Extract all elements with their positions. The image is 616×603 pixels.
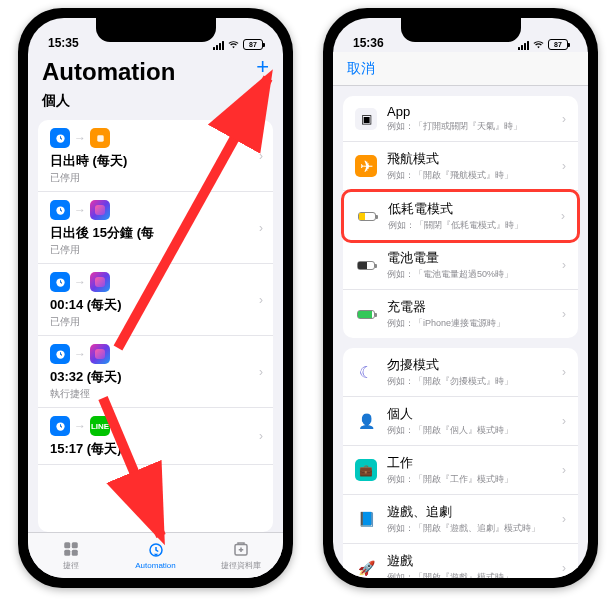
tab-label: 捷徑	[63, 560, 79, 571]
row-subtitle: 例如：「開啟『勿擾模式』時」	[387, 375, 562, 388]
status-time: 15:35	[48, 36, 79, 50]
row-subtitle: 例如：「開啟『遊戲、追劇』模式時」	[387, 522, 562, 535]
signal-icon	[518, 40, 529, 50]
line-icon: LINE	[90, 416, 110, 436]
tab-shortcuts[interactable]: 捷徑	[28, 533, 113, 578]
automation-item[interactable]: → LINE 15:17 (每天) ›	[38, 408, 273, 465]
chevron-right-icon: ›	[259, 149, 263, 163]
trigger-row-game-drama[interactable]: 📘 遊戲、追劇例如：「開啟『遊戲、追劇』模式時」 ›	[343, 495, 578, 544]
chevron-right-icon: ›	[561, 209, 565, 223]
row-subtitle: 例如：「關閉『低耗電模式』時」	[388, 219, 561, 232]
arrow-icon: →	[74, 347, 86, 361]
trigger-row-app[interactable]: ▣ App例如：「打開或關閉『天氣』時」 ›	[343, 96, 578, 142]
battery-level-icon	[355, 254, 377, 276]
header: + Automation 個人	[28, 52, 283, 114]
trigger-row-gaming[interactable]: 🚀 遊戲例如：「開啟『遊戲』模式時」 ›	[343, 544, 578, 578]
battery-icon: 87	[243, 39, 263, 50]
item-title: 03:32 (每天)	[50, 368, 261, 386]
notch	[401, 18, 521, 42]
row-subtitle: 例如：「電池電量超過50%時」	[387, 268, 562, 281]
automation-list[interactable]: → 日出時 (每天) 已停用 › → 日出後 15分鐘 (每 已停用 ›	[38, 120, 273, 532]
modal-header: 取消	[333, 52, 588, 86]
chevron-right-icon: ›	[259, 293, 263, 307]
row-title: 飛航模式	[387, 150, 562, 168]
trigger-icons: →	[50, 200, 261, 220]
svg-rect-1	[97, 135, 103, 141]
item-subtitle: 已停用	[50, 243, 261, 257]
svg-rect-9	[71, 550, 77, 556]
status-icons: 87	[518, 39, 568, 50]
row-title: 遊戲、追劇	[387, 503, 562, 521]
trigger-row-personal[interactable]: 👤 個人例如：「開啟『個人』模式時」 ›	[343, 397, 578, 446]
trigger-row-lowpower[interactable]: 低耗電模式例如：「關閉『低耗電模式』時」 ›	[341, 189, 580, 243]
clock-icon	[50, 416, 70, 436]
phone-right: 15:36 87 取消 ▣ App例如：「打開或關閉『天氣』時」 › ✈	[323, 8, 598, 588]
clock-icon	[50, 272, 70, 292]
shortcut-icon	[90, 272, 110, 292]
item-title: 15:17 (每天)	[50, 440, 261, 458]
automation-icon	[146, 541, 166, 559]
row-title: App	[387, 104, 562, 119]
automation-item[interactable]: → 日出時 (每天) 已停用 ›	[38, 120, 273, 192]
trigger-icons: → LINE	[50, 416, 261, 436]
tab-bar: 捷徑 Automation 捷徑資料庫	[28, 532, 283, 578]
item-title: 日出時 (每天)	[50, 152, 261, 170]
automation-item[interactable]: → 日出後 15分鐘 (每 已停用 ›	[38, 192, 273, 264]
trigger-icons: →	[50, 272, 261, 292]
arrow-icon: →	[74, 419, 86, 433]
tab-label: 捷徑資料庫	[221, 560, 261, 571]
row-subtitle: 例如：「iPhone連接電源時」	[387, 317, 562, 330]
item-subtitle: 已停用	[50, 171, 261, 185]
svg-rect-6	[64, 542, 70, 548]
low-power-icon	[356, 205, 378, 227]
item-subtitle: 已停用	[50, 315, 261, 329]
trigger-list[interactable]: ▣ App例如：「打開或關閉『天氣』時」 › ✈ 飛航模式例如：「開啟『飛航模式…	[333, 86, 588, 578]
trigger-row-charger[interactable]: 充電器例如：「iPhone連接電源時」 ›	[343, 290, 578, 338]
trigger-group: ▣ App例如：「打開或關閉『天氣』時」 › ✈ 飛航模式例如：「開啟『飛航模式…	[343, 96, 578, 338]
trigger-icons: →	[50, 344, 261, 364]
tab-label: Automation	[135, 561, 175, 570]
svg-rect-7	[71, 542, 77, 548]
trigger-icons: →	[50, 128, 261, 148]
screen-right: 15:36 87 取消 ▣ App例如：「打開或關閉『天氣』時」 › ✈	[333, 18, 588, 578]
row-title: 遊戲	[387, 552, 562, 570]
trigger-row-dnd[interactable]: ☾ 勿擾模式例如：「開啟『勿擾模式』時」 ›	[343, 348, 578, 397]
app-icon: ▣	[355, 108, 377, 130]
trigger-row-battery-level[interactable]: 電池電量例如：「電池電量超過50%時」 ›	[343, 241, 578, 290]
wifi-icon	[532, 40, 545, 50]
chevron-right-icon: ›	[562, 112, 566, 126]
page-title: Automation	[42, 58, 269, 86]
person-icon: 👤	[355, 410, 377, 432]
wifi-icon	[227, 40, 240, 50]
chevron-right-icon: ›	[562, 365, 566, 379]
cancel-button[interactable]: 取消	[347, 60, 375, 78]
item-title: 日出後 15分鐘 (每	[50, 224, 261, 242]
chevron-right-icon: ›	[562, 258, 566, 272]
shortcut-icon	[90, 344, 110, 364]
clock-icon	[50, 344, 70, 364]
automation-item[interactable]: → 00:14 (每天) 已停用 ›	[38, 264, 273, 336]
shortcuts-icon	[61, 540, 81, 558]
signal-icon	[213, 40, 224, 50]
chevron-right-icon: ›	[259, 429, 263, 443]
row-title: 個人	[387, 405, 562, 423]
chevron-right-icon: ›	[562, 414, 566, 428]
gallery-icon	[231, 540, 251, 558]
trigger-row-work[interactable]: 💼 工作例如：「開啟『工作』模式時」 ›	[343, 446, 578, 495]
add-button[interactable]: +	[256, 54, 269, 80]
book-icon: 📘	[355, 508, 377, 530]
tab-gallery[interactable]: 捷徑資料庫	[198, 533, 283, 578]
chevron-right-icon: ›	[562, 159, 566, 173]
status-icons: 87	[213, 39, 263, 50]
automation-item[interactable]: → 03:32 (每天) 執行捷徑 ›	[38, 336, 273, 408]
row-subtitle: 例如：「打開或關閉『天氣』時」	[387, 120, 562, 133]
row-subtitle: 例如：「開啟『飛航模式』時」	[387, 169, 562, 182]
chevron-right-icon: ›	[562, 463, 566, 477]
clock-icon	[50, 200, 70, 220]
row-title: 電池電量	[387, 249, 562, 267]
chevron-right-icon: ›	[562, 307, 566, 321]
screen-left: 15:35 87 + Automation 個人 → 日出時 (每天	[28, 18, 283, 578]
trigger-row-airplane[interactable]: ✈ 飛航模式例如：「開啟『飛航模式』時」 ›	[343, 142, 578, 191]
tab-automation[interactable]: Automation	[113, 533, 198, 578]
item-title: 00:14 (每天)	[50, 296, 261, 314]
